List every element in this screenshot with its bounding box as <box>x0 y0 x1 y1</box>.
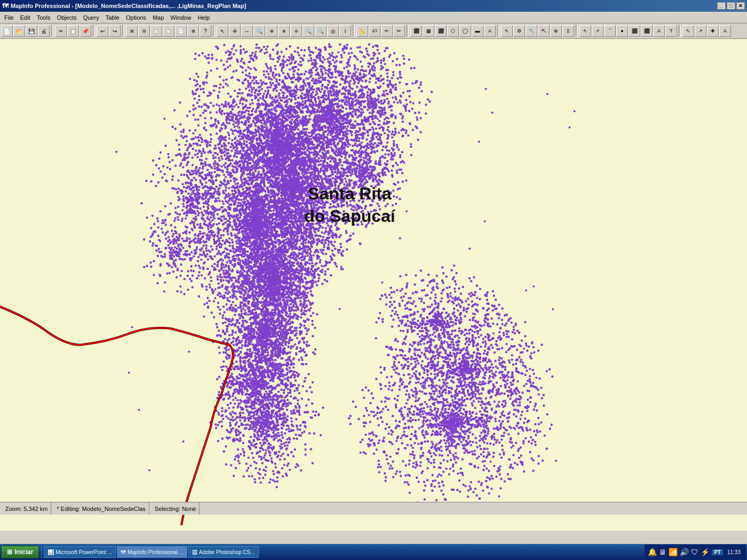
tb-zoom-in2[interactable]: ⊕ <box>266 25 277 37</box>
tray-icon-1[interactable]: 🔔 <box>648 548 657 556</box>
window-title: MapInfo Professional - [Modelo_NomeSedeC… <box>11 3 246 9</box>
tb-extra2[interactable]: ⚙ <box>513 25 525 37</box>
tb-nav5[interactable]: ⬛ <box>629 25 640 37</box>
toolbar-area: 📄 📂 💾 🖨 ✂ 📋 📌 ↩ ↪ ⊞ ⊟ 📋 📋 📄 ⊞ ? ↖ ✛ ↔ 🔍 … <box>0 23 747 39</box>
taskbar[interactable]: ⊞ Iniciar 📊 Microsoft PowerPoint ... 🗺 M… <box>0 544 747 560</box>
taskbar-photoshop[interactable]: 🖼 Adobe Photoshop CS... <box>188 546 259 558</box>
taskbar-tray: 🔔 🖥 📶 🔊 🛡 ⚡ PT 11:33 <box>645 545 746 559</box>
tb-pan[interactable]: ↔ <box>241 25 253 37</box>
clock: 11:33 <box>725 549 743 555</box>
tray-icon-2[interactable]: 🖥 <box>659 548 666 556</box>
selecting-status: Selecting: None <box>152 502 200 515</box>
tb-print[interactable]: 🖨 <box>38 25 50 37</box>
tb-end3[interactable]: ✚ <box>707 25 719 37</box>
menu-edit[interactable]: Edit <box>17 13 34 22</box>
tb-draw1[interactable]: ✏ <box>381 25 393 37</box>
tb-shape4[interactable]: ⬡ <box>447 25 459 37</box>
maximize-button[interactable]: □ <box>727 2 735 10</box>
menu-tools[interactable]: Tools <box>34 13 54 22</box>
menu-map[interactable]: Map <box>149 13 167 22</box>
close-button[interactable]: ✕ <box>736 2 745 10</box>
tb-select[interactable]: ↖ <box>217 25 228 37</box>
language-indicator: PT <box>712 549 723 555</box>
tb-nav7[interactable]: A <box>653 25 665 37</box>
menu-bar: File Edit Tools Objects Query Table Opti… <box>0 12 747 23</box>
tb-info[interactable]: i <box>339 25 351 37</box>
tb-nav2[interactable]: ↗ <box>592 25 603 37</box>
tb-undo[interactable]: ↩ <box>97 25 108 37</box>
menu-help[interactable]: Help <box>194 13 213 22</box>
tb-end2[interactable]: ↗ <box>695 25 706 37</box>
tray-icon-5[interactable]: 🛡 <box>691 548 698 556</box>
tb-shape6[interactable]: ▬ <box>472 25 483 37</box>
tb-copy[interactable]: 📋 <box>67 25 79 37</box>
mapinfo-icon: 🗺 <box>121 549 126 555</box>
tb-label[interactable]: 🏷 <box>369 25 380 37</box>
tb-save[interactable]: 💾 <box>26 25 37 37</box>
taskbar-mapinfo[interactable]: 🗺 MapInfo Professional ... <box>117 546 187 558</box>
tb-help[interactable]: ? <box>200 25 211 37</box>
tray-icon-4[interactable]: 🔊 <box>680 548 689 556</box>
tb-b4[interactable]: 📋 <box>163 25 174 37</box>
photoshop-icon: 🖼 <box>192 549 197 555</box>
map-dots <box>0 39 747 531</box>
editing-status: * Editing: Modelo_NomeSedeClas <box>53 502 149 515</box>
menu-options[interactable]: Options <box>123 13 149 22</box>
title-bar: 🗺 MapInfo Professional - [Modelo_NomeSed… <box>0 0 747 12</box>
map-area[interactable]: Santa Rita do Sapucaí Zoom: 5,342 km * E… <box>0 39 747 531</box>
taskbar-powerpoint[interactable]: 📊 Microsoft PowerPoint ... <box>44 546 116 558</box>
tb-nav6[interactable]: ⬛ <box>641 25 653 37</box>
tb-nav8[interactable]: T <box>665 25 677 37</box>
tb-zoom-out[interactable]: ⊖ <box>290 25 302 37</box>
tb-extra5[interactable]: ⊕ <box>550 25 562 37</box>
tb-open[interactable]: 📂 <box>13 25 25 37</box>
menu-table[interactable]: Table <box>102 13 123 22</box>
tb-new[interactable]: 📄 <box>1 25 13 37</box>
tb-paste[interactable]: 📌 <box>80 25 91 37</box>
menu-window[interactable]: Window <box>167 13 194 22</box>
river-overlay <box>0 39 747 531</box>
tb-end4[interactable]: A <box>719 25 731 37</box>
tb-extra4[interactable]: ⛏ <box>538 25 550 37</box>
windows-logo: ⊞ <box>7 548 12 556</box>
tb-shape5[interactable]: ◯ <box>459 25 471 37</box>
tb-b3[interactable]: 📋 <box>150 25 162 37</box>
tb-extra6[interactable]: Σ <box>562 25 574 37</box>
tb-nav1[interactable]: ↖ <box>579 25 591 37</box>
tray-icon-6[interactable]: ⚡ <box>701 548 710 556</box>
tb-b1[interactable]: ⊞ <box>126 25 138 37</box>
tb-text[interactable]: A <box>484 25 496 37</box>
tb-extra1[interactable]: ↖ <box>501 25 513 37</box>
tb-shape2[interactable]: ▦ <box>423 25 434 37</box>
tb-b5[interactable]: 📄 <box>175 25 187 37</box>
app-icon: 🗺 <box>2 2 9 10</box>
tb-b2[interactable]: ⊟ <box>138 25 150 37</box>
tb-redo[interactable]: ↪ <box>109 25 121 37</box>
tb-recenter[interactable]: ◎ <box>327 25 339 37</box>
title-controls[interactable]: _ □ ✕ <box>717 2 745 10</box>
tb-select2[interactable]: ✛ <box>229 25 241 37</box>
minimize-button[interactable]: _ <box>717 2 726 10</box>
tb-draw2[interactable]: ✏ <box>393 25 405 37</box>
toolbar-row-1: 📄 📂 💾 🖨 ✂ 📋 📌 ↩ ↪ ⊞ ⊟ 📋 📋 📄 ⊞ ? ↖ ✛ ↔ 🔍 … <box>1 25 746 37</box>
tb-shape3[interactable]: ⬛ <box>435 25 447 37</box>
tb-b6[interactable]: ⊞ <box>187 25 199 37</box>
menu-objects[interactable]: Objects <box>53 13 80 22</box>
tb-nav3[interactable]: ⌒ <box>604 25 616 37</box>
tray-icon-3[interactable]: 📶 <box>669 548 678 556</box>
tb-ruler[interactable]: 📐 <box>356 25 368 37</box>
zoom-status: Zoom: 5,342 km <box>2 502 51 515</box>
menu-query[interactable]: Query <box>80 13 102 22</box>
status-bar: Zoom: 5,342 km * Editing: Modelo_NomeSed… <box>0 502 747 515</box>
tb-zoom-win2[interactable]: 🔍 <box>315 25 327 37</box>
menu-file[interactable]: File <box>1 13 17 22</box>
start-button[interactable]: ⊞ Iniciar <box>1 546 39 558</box>
tb-end1[interactable]: ↖ <box>682 25 694 37</box>
tb-zoom-in[interactable]: 🔍 <box>253 25 265 37</box>
tb-zoom-in3[interactable]: ⊕ <box>278 25 290 37</box>
tb-shape1[interactable]: ⬛ <box>410 25 422 37</box>
tb-nav4[interactable]: ● <box>616 25 628 37</box>
tb-zoom-win[interactable]: 🔍 <box>303 25 314 37</box>
tb-cut[interactable]: ✂ <box>55 25 67 37</box>
tb-extra3[interactable]: 🔧 <box>526 25 537 37</box>
